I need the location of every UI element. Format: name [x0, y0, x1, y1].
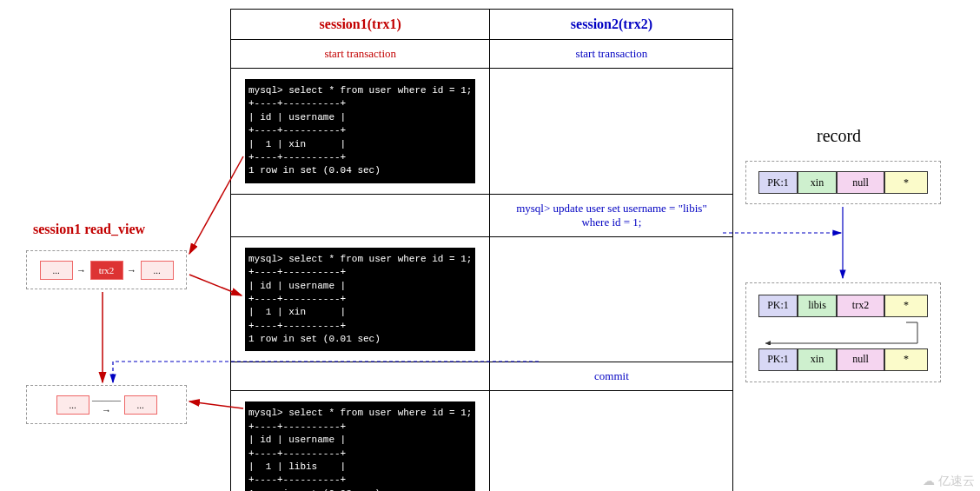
row3-right: mysql> update user set username = "libis…	[490, 194, 733, 236]
r3-trx: null	[837, 348, 884, 371]
row2-left: mysql> select * from user where id = 1; …	[231, 69, 490, 195]
row6-left: mysql> select * from user where id = 1; …	[231, 391, 490, 491]
cloud-icon: ☁	[923, 474, 935, 488]
row5-right: commit	[490, 362, 733, 391]
record-row-2: PK:1 libis trx2 *	[758, 295, 928, 317]
record-row-3: PK:1 xin null *	[758, 348, 928, 371]
update-sql-line2: where id = 1;	[500, 216, 722, 229]
record-box-1: PK:1 xin null *	[745, 161, 941, 204]
rv1-right-node: ...	[141, 261, 174, 280]
readview-box-2: ... ———→ ...	[26, 385, 187, 424]
header-session1: session1(trx1)	[231, 10, 490, 40]
row3-left	[231, 194, 490, 236]
rv1-left-node: ...	[40, 261, 73, 280]
row5-left	[231, 362, 490, 391]
session-table: session1(trx1) session2(trx2) start tran…	[230, 9, 733, 491]
readview-label: session1 read_view	[33, 222, 145, 237]
arrow-icon: ———→	[89, 395, 124, 415]
r2-pk: PK:1	[758, 295, 798, 317]
record-label: record	[817, 126, 861, 146]
console-select-2: mysql> select * from user where id = 1; …	[245, 248, 475, 352]
row6-right	[490, 391, 733, 491]
r3-pk: PK:1	[758, 348, 798, 371]
row2-right	[490, 69, 733, 195]
version-ptr-arrow	[758, 321, 928, 345]
r1-trx: null	[837, 171, 884, 194]
rv1-mid-node: trx2	[90, 261, 123, 280]
r2-name: libis	[798, 295, 837, 317]
r3-name: xin	[798, 348, 837, 371]
r1-name: xin	[798, 171, 837, 194]
arrow-icon: →	[73, 265, 90, 275]
row4-left: mysql> select * from user where id = 1; …	[231, 236, 490, 362]
rv2-left-node: ...	[56, 395, 89, 415]
row4-right	[490, 236, 733, 362]
console-select-1: mysql> select * from user where id = 1; …	[245, 79, 475, 183]
record-row-1: PK:1 xin null *	[758, 171, 928, 194]
watermark-logo: ☁ 亿速云	[923, 474, 975, 489]
record-box-2: PK:1 libis trx2 * PK:1 xin null *	[745, 282, 941, 382]
r1-ptr: *	[884, 171, 928, 194]
row1-right: start transaction	[490, 40, 733, 69]
r2-ptr: *	[884, 295, 928, 317]
r1-pk: PK:1	[758, 171, 798, 194]
r2-trx: trx2	[837, 295, 884, 317]
console-select-3: mysql> select * from user where id = 1; …	[245, 401, 475, 491]
arrow-icon: →	[123, 265, 141, 275]
readview-box-1: ... → trx2 → ...	[26, 250, 187, 289]
watermark-text: 亿速云	[938, 474, 975, 488]
header-session2: session2(trx2)	[490, 10, 733, 40]
rv2-right-node: ...	[124, 395, 157, 415]
r3-ptr: *	[884, 348, 928, 371]
update-sql-line1: mysql> update user set username = "libis…	[500, 202, 722, 216]
row1-left: start transaction	[231, 40, 490, 69]
